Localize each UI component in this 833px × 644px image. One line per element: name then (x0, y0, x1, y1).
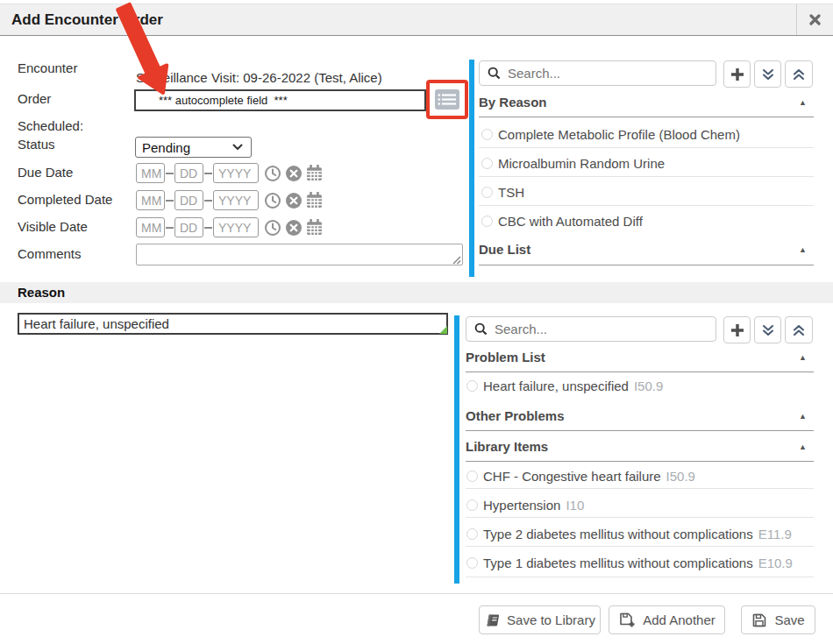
section-header-other-problems[interactable]: Other Problems ▲ (466, 408, 814, 424)
reason-section-title: Reason (18, 285, 65, 300)
order-option-label: CBC with Automated Diff (498, 214, 643, 229)
calendar-icon (305, 191, 324, 209)
due-date-time-button[interactable] (264, 165, 281, 182)
icd-code: E10.9 (758, 556, 793, 570)
completed-date-label: Completed Date (18, 192, 112, 207)
plus-icon (730, 322, 745, 338)
visible-date-year-input[interactable] (213, 217, 259, 237)
add-another-label: Add Another (643, 612, 716, 627)
library-item-row[interactable]: CHF - Congestive heart failure I50.9 (466, 469, 695, 484)
order-panel-accent-bar (469, 60, 474, 277)
radio-button[interactable] (481, 158, 493, 169)
completed-date-year-input[interactable] (213, 190, 259, 210)
library-item-row[interactable]: Type 1 diabetes mellitus without complic… (466, 556, 793, 570)
radio-button[interactable] (466, 380, 478, 392)
radio-button[interactable] (466, 557, 478, 569)
order-add-button[interactable] (723, 60, 751, 88)
reason-panel-accent-bar (454, 315, 459, 584)
visible-date-clear-button[interactable] (285, 219, 303, 237)
section-header-due-list[interactable]: Due List ▲ (479, 242, 814, 258)
collapse-caret-icon: ▲ (799, 413, 807, 421)
order-option-row[interactable]: CBC with Automated Diff (481, 214, 643, 229)
icd-code: I50.9 (634, 379, 663, 393)
order-collapse-all-button[interactable] (785, 60, 813, 88)
completed-date-clear-button[interactable] (285, 192, 303, 209)
section-header-library-items[interactable]: Library Items ▲ (466, 439, 814, 455)
date-separator (166, 200, 174, 202)
visible-date-month-input[interactable] (136, 217, 165, 237)
radio-button[interactable] (481, 216, 493, 227)
radio-button[interactable] (481, 187, 493, 198)
radio-button[interactable] (466, 528, 478, 540)
order-option-row[interactable]: TSH (481, 185, 524, 200)
select-chevron-icon (232, 144, 243, 151)
due-date-day-input[interactable] (174, 163, 203, 183)
reason-search-input[interactable] (495, 322, 687, 336)
section-title: Problem List (466, 350, 545, 364)
due-date-clear-button[interactable] (285, 165, 303, 182)
clock-icon (264, 165, 281, 182)
item-separator (466, 488, 814, 489)
icd-code: I50.9 (666, 469, 695, 484)
save-icon (751, 612, 767, 628)
section-header-by-reason[interactable]: By Reason ▲ (479, 95, 814, 110)
item-separator (479, 176, 814, 177)
radio-button[interactable] (466, 499, 478, 511)
collapse-caret-icon: ▲ (799, 246, 807, 254)
completed-date-time-button[interactable] (264, 192, 281, 209)
library-item-row[interactable]: Hypertension I10 (466, 498, 584, 513)
date-separator (204, 173, 212, 174)
due-date-label: Due Date (18, 165, 73, 180)
due-date-year-input[interactable] (213, 163, 259, 183)
radio-button[interactable] (481, 129, 493, 140)
radio-button[interactable] (466, 471, 478, 482)
scheduled-label: Scheduled: (18, 118, 83, 133)
add-another-button[interactable]: Add Another (609, 605, 725, 634)
save-button[interactable]: Save (741, 605, 815, 634)
order-option-row[interactable]: Microalbumin Random Urine (481, 156, 665, 171)
due-date-calendar-button[interactable] (305, 164, 324, 182)
calendar-icon (305, 218, 324, 237)
reason-expand-all-button[interactable] (754, 316, 781, 343)
save-to-library-button[interactable]: Save to Library (479, 605, 601, 634)
save-to-library-label: Save to Library (507, 612, 595, 627)
clock-icon (264, 192, 281, 209)
due-date-month-input[interactable] (136, 163, 165, 183)
date-separator (166, 227, 174, 229)
reason-search-box (466, 316, 716, 342)
order-option-label: Complete Metabolic Profile (Blood Chem) (498, 127, 740, 142)
double-chevron-down-icon (761, 323, 775, 337)
visible-date-calendar-button[interactable] (305, 218, 324, 237)
item-separator (479, 205, 814, 206)
visible-date-time-button[interactable] (264, 219, 281, 237)
reason-add-button[interactable] (723, 316, 751, 343)
order-search-box (479, 60, 716, 86)
cancel-circle-icon (285, 219, 303, 237)
reason-collapse-all-button[interactable] (785, 316, 813, 343)
completed-date-month-input[interactable] (136, 190, 165, 210)
completed-date-calendar-button[interactable] (305, 191, 324, 209)
plus-icon (730, 67, 745, 82)
collapse-caret-icon: ▲ (799, 354, 807, 362)
order-search-input[interactable] (508, 66, 690, 81)
library-item-row[interactable]: Type 2 diabetes mellitus without complic… (466, 527, 792, 541)
comments-textarea[interactable] (136, 244, 463, 265)
library-item-label: Type 1 diabetes mellitus without complic… (483, 556, 753, 570)
date-separator (204, 200, 212, 202)
reason-input[interactable] (18, 313, 448, 335)
order-expand-all-button[interactable] (754, 60, 781, 88)
dialog-titlebar: Add Encounter Order (0, 4, 833, 36)
order-autocomplete-input[interactable] (134, 89, 426, 111)
visible-date-day-input[interactable] (174, 217, 203, 237)
close-button[interactable] (797, 4, 833, 35)
collapse-caret-icon: ▲ (799, 99, 807, 107)
order-option-row[interactable]: Complete Metabolic Profile (Blood Chem) (481, 127, 740, 142)
date-separator (166, 173, 174, 174)
status-select[interactable]: Pending (135, 137, 252, 158)
item-separator (466, 577, 814, 577)
section-divider (479, 265, 814, 265)
problem-list-row[interactable]: Heart failure, unspecified I50.9 (466, 379, 663, 393)
section-header-problem-list[interactable]: Problem List ▲ (466, 350, 814, 365)
comments-label: Comments (18, 246, 82, 261)
completed-date-day-input[interactable] (174, 190, 203, 210)
